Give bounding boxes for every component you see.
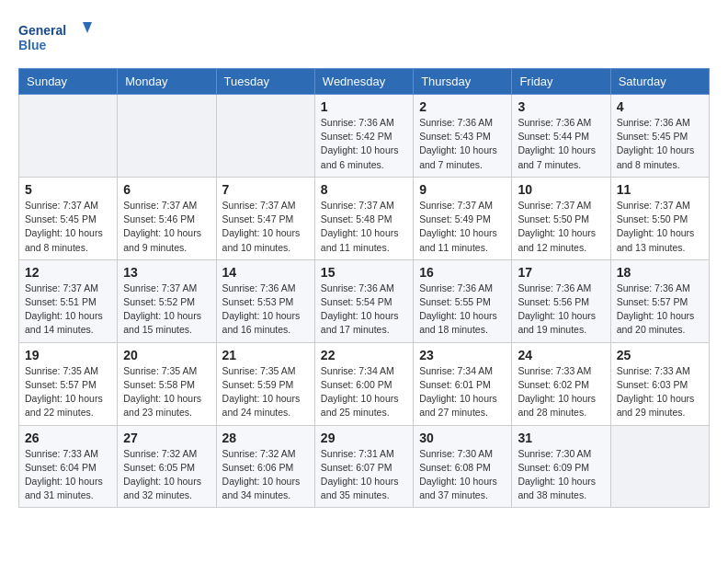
day-number: 31 [518,431,604,445]
day-number: 6 [123,182,210,197]
day-info: Sunrise: 7:32 AMSunset: 6:06 PMDaylight:… [222,447,309,503]
day-number: 20 [123,348,210,362]
calendar-cell: 14Sunrise: 7:36 AMSunset: 5:53 PMDayligh… [216,259,314,342]
calendar-cell: 17Sunrise: 7:36 AMSunset: 5:56 PMDayligh… [512,259,610,342]
day-number: 10 [518,182,604,197]
day-number: 23 [419,348,506,362]
day-info: Sunrise: 7:37 AMSunset: 5:51 PMDaylight:… [25,282,111,338]
day-info: Sunrise: 7:33 AMSunset: 6:03 PMDaylight:… [617,364,703,420]
day-info: Sunrise: 7:36 AMSunset: 5:55 PMDaylight:… [419,282,506,338]
calendar-cell: 10Sunrise: 7:37 AMSunset: 5:50 PMDayligh… [512,177,610,259]
day-info: Sunrise: 7:33 AMSunset: 6:02 PMDaylight:… [518,364,604,420]
calendar-cell: 24Sunrise: 7:33 AMSunset: 6:02 PMDayligh… [512,342,610,425]
calendar-cell: 9Sunrise: 7:37 AMSunset: 5:49 PMDaylight… [414,177,512,259]
day-number: 28 [222,431,309,445]
day-info: Sunrise: 7:32 AMSunset: 6:05 PMDaylight:… [123,447,210,503]
day-info: Sunrise: 7:33 AMSunset: 6:04 PMDaylight:… [25,447,111,503]
calendar-cell: 13Sunrise: 7:37 AMSunset: 5:52 PMDayligh… [118,259,216,342]
day-info: Sunrise: 7:30 AMSunset: 6:08 PMDaylight:… [419,447,506,503]
day-number: 29 [321,431,407,445]
day-number: 24 [518,348,604,362]
page-header: General Blue [18,18,710,59]
day-number: 1 [321,99,407,114]
day-info: Sunrise: 7:37 AMSunset: 5:47 PMDaylight:… [222,199,309,255]
day-info: Sunrise: 7:37 AMSunset: 5:48 PMDaylight:… [321,199,407,255]
day-info: Sunrise: 7:37 AMSunset: 5:52 PMDaylight:… [123,282,210,338]
calendar-week-row: 1Sunrise: 7:36 AMSunset: 5:42 PMDaylight… [19,95,710,178]
day-number: 4 [617,99,703,114]
svg-text:General: General [18,23,66,38]
weekday-header-wednesday: Wednesday [314,69,413,95]
day-info: Sunrise: 7:37 AMSunset: 5:50 PMDaylight:… [518,199,604,255]
day-info: Sunrise: 7:36 AMSunset: 5:53 PMDaylight:… [222,282,309,338]
weekday-header-sunday: Sunday [19,69,118,95]
calendar-cell: 28Sunrise: 7:32 AMSunset: 6:06 PMDayligh… [216,425,314,508]
calendar-cell [216,95,314,178]
weekday-header-thursday: Thursday [414,69,512,95]
day-info: Sunrise: 7:35 AMSunset: 5:59 PMDaylight:… [222,364,309,420]
day-info: Sunrise: 7:36 AMSunset: 5:42 PMDaylight:… [321,116,407,172]
calendar-cell: 29Sunrise: 7:31 AMSunset: 6:07 PMDayligh… [314,425,413,508]
calendar-cell: 21Sunrise: 7:35 AMSunset: 5:59 PMDayligh… [216,342,314,425]
svg-marker-2 [83,22,92,33]
day-number: 27 [123,431,210,445]
weekday-header-tuesday: Tuesday [216,69,314,95]
svg-text:Blue: Blue [18,38,47,52]
calendar-cell: 20Sunrise: 7:35 AMSunset: 5:58 PMDayligh… [118,342,216,425]
day-info: Sunrise: 7:37 AMSunset: 5:45 PMDaylight:… [25,199,111,255]
calendar-cell: 26Sunrise: 7:33 AMSunset: 6:04 PMDayligh… [19,425,118,508]
day-number: 17 [518,265,604,280]
day-number: 22 [321,348,407,362]
day-info: Sunrise: 7:36 AMSunset: 5:54 PMDaylight:… [321,282,407,338]
day-number: 14 [222,265,309,280]
day-number: 19 [25,348,111,362]
calendar-cell: 27Sunrise: 7:32 AMSunset: 6:05 PMDayligh… [118,425,216,508]
calendar-cell: 11Sunrise: 7:37 AMSunset: 5:50 PMDayligh… [610,177,709,259]
calendar-cell: 23Sunrise: 7:34 AMSunset: 6:01 PMDayligh… [414,342,512,425]
day-info: Sunrise: 7:37 AMSunset: 5:50 PMDaylight:… [617,199,703,255]
calendar-week-row: 19Sunrise: 7:35 AMSunset: 5:57 PMDayligh… [19,342,710,425]
weekday-header-monday: Monday [118,69,216,95]
day-info: Sunrise: 7:30 AMSunset: 6:09 PMDaylight:… [518,447,604,503]
day-number: 30 [419,431,506,445]
logo: General Blue [18,18,92,59]
day-number: 3 [518,99,604,114]
day-info: Sunrise: 7:36 AMSunset: 5:44 PMDaylight:… [518,116,604,172]
day-info: Sunrise: 7:34 AMSunset: 6:01 PMDaylight:… [419,364,506,420]
day-info: Sunrise: 7:36 AMSunset: 5:57 PMDaylight:… [617,282,703,338]
calendar-cell [19,95,118,178]
day-info: Sunrise: 7:36 AMSunset: 5:45 PMDaylight:… [617,116,703,172]
day-number: 21 [222,348,309,362]
calendar-cell: 6Sunrise: 7:37 AMSunset: 5:46 PMDaylight… [118,177,216,259]
calendar-cell: 2Sunrise: 7:36 AMSunset: 5:43 PMDaylight… [414,95,512,178]
calendar-cell: 8Sunrise: 7:37 AMSunset: 5:48 PMDaylight… [314,177,413,259]
day-number: 8 [321,182,407,197]
calendar-week-row: 5Sunrise: 7:37 AMSunset: 5:45 PMDaylight… [19,177,710,259]
weekday-header-friday: Friday [512,69,610,95]
day-number: 9 [419,182,506,197]
day-info: Sunrise: 7:36 AMSunset: 5:43 PMDaylight:… [419,116,506,172]
calendar-cell: 15Sunrise: 7:36 AMSunset: 5:54 PMDayligh… [314,259,413,342]
day-number: 5 [25,182,111,197]
day-info: Sunrise: 7:37 AMSunset: 5:46 PMDaylight:… [123,199,210,255]
day-number: 7 [222,182,309,197]
day-info: Sunrise: 7:34 AMSunset: 6:00 PMDaylight:… [321,364,407,420]
day-number: 25 [617,348,703,362]
calendar-cell: 3Sunrise: 7:36 AMSunset: 5:44 PMDaylight… [512,95,610,178]
day-info: Sunrise: 7:35 AMSunset: 5:57 PMDaylight:… [25,364,111,420]
day-number: 2 [419,99,506,114]
calendar-cell: 22Sunrise: 7:34 AMSunset: 6:00 PMDayligh… [314,342,413,425]
day-info: Sunrise: 7:36 AMSunset: 5:56 PMDaylight:… [518,282,604,338]
day-number: 11 [617,182,703,197]
calendar-cell [610,425,709,508]
day-number: 15 [321,265,407,280]
calendar-cell [118,95,216,178]
calendar-cell: 19Sunrise: 7:35 AMSunset: 5:57 PMDayligh… [19,342,118,425]
calendar-table: SundayMondayTuesdayWednesdayThursdayFrid… [18,68,710,508]
calendar-cell: 30Sunrise: 7:30 AMSunset: 6:08 PMDayligh… [414,425,512,508]
logo-svg: General Blue [18,18,92,59]
day-info: Sunrise: 7:35 AMSunset: 5:58 PMDaylight:… [123,364,210,420]
calendar-week-row: 12Sunrise: 7:37 AMSunset: 5:51 PMDayligh… [19,259,710,342]
calendar-cell: 7Sunrise: 7:37 AMSunset: 5:47 PMDaylight… [216,177,314,259]
calendar-cell: 4Sunrise: 7:36 AMSunset: 5:45 PMDaylight… [610,95,709,178]
